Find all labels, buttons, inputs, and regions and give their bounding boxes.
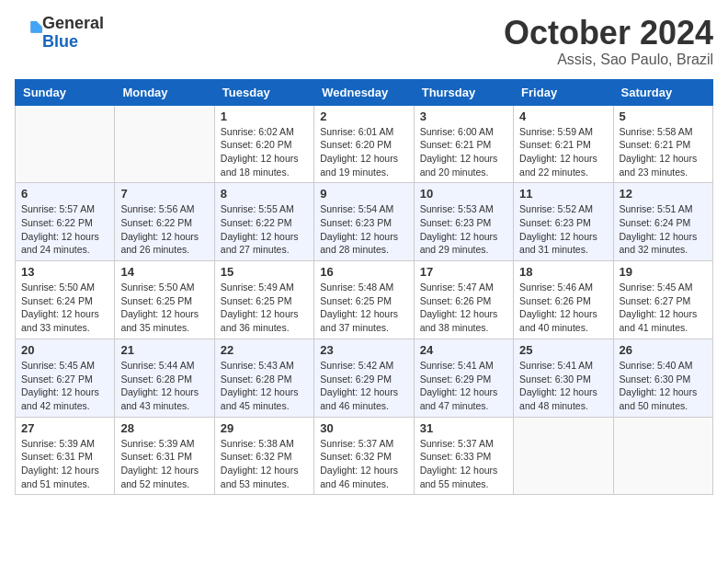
calendar-week-row: 13Sunrise: 5:50 AM Sunset: 6:24 PM Dayli… — [16, 261, 713, 339]
day-number: 13 — [21, 265, 108, 279]
calendar-cell: 6Sunrise: 5:57 AM Sunset: 6:22 PM Daylig… — [16, 183, 115, 261]
calendar-cell: 30Sunrise: 5:37 AM Sunset: 6:32 PM Dayli… — [314, 417, 414, 495]
logo-blue-text: Blue — [42, 32, 78, 51]
day-info: Sunrise: 5:41 AM Sunset: 6:29 PM Dayligh… — [420, 359, 507, 413]
day-number: 11 — [519, 187, 607, 201]
day-info: Sunrise: 5:54 AM Sunset: 6:23 PM Dayligh… — [320, 202, 407, 257]
day-info: Sunrise: 5:51 AM Sunset: 6:24 PM Dayligh… — [620, 202, 707, 257]
calendar-cell: 19Sunrise: 5:45 AM Sunset: 6:27 PM Dayli… — [613, 261, 712, 339]
calendar-week-row: 1Sunrise: 6:02 AM Sunset: 6:20 PM Daylig… — [16, 105, 713, 183]
day-info: Sunrise: 5:37 AM Sunset: 6:32 PM Dayligh… — [320, 437, 407, 491]
day-number: 28 — [120, 421, 208, 435]
weekday-header-monday: Monday — [115, 79, 214, 105]
calendar-week-row: 20Sunrise: 5:45 AM Sunset: 6:27 PM Dayli… — [16, 339, 713, 417]
weekday-header-thursday: Thursday — [414, 79, 513, 105]
calendar-cell: 16Sunrise: 5:48 AM Sunset: 6:25 PM Dayli… — [314, 261, 414, 339]
calendar-cell: 2Sunrise: 6:01 AM Sunset: 6:20 PM Daylig… — [314, 105, 414, 183]
calendar-cell: 17Sunrise: 5:47 AM Sunset: 6:26 PM Dayli… — [414, 261, 513, 339]
calendar-cell — [16, 105, 115, 183]
day-info: Sunrise: 5:45 AM Sunset: 6:27 PM Dayligh… — [620, 281, 707, 335]
calendar-cell: 21Sunrise: 5:44 AM Sunset: 6:28 PM Dayli… — [115, 339, 214, 417]
day-info: Sunrise: 5:43 AM Sunset: 6:28 PM Dayligh… — [221, 359, 308, 413]
day-info: Sunrise: 5:39 AM Sunset: 6:31 PM Dayligh… — [120, 437, 208, 491]
page-location: Assis, Sao Paulo, Brazil — [504, 52, 713, 68]
day-info: Sunrise: 5:39 AM Sunset: 6:31 PM Dayligh… — [21, 437, 108, 491]
logo: General Blue — [15, 15, 104, 52]
calendar-cell: 27Sunrise: 5:39 AM Sunset: 6:31 PM Dayli… — [16, 417, 115, 495]
day-number: 31 — [420, 421, 507, 435]
calendar-cell: 24Sunrise: 5:41 AM Sunset: 6:29 PM Dayli… — [414, 339, 513, 417]
day-number: 18 — [519, 265, 607, 279]
calendar-table: SundayMondayTuesdayWednesdayThursdayFrid… — [15, 79, 713, 496]
day-number: 7 — [120, 187, 208, 201]
day-number: 1 — [221, 109, 308, 123]
day-number: 24 — [420, 343, 507, 357]
calendar-cell: 20Sunrise: 5:45 AM Sunset: 6:27 PM Dayli… — [16, 339, 115, 417]
day-info: Sunrise: 5:47 AM Sunset: 6:26 PM Dayligh… — [420, 281, 507, 335]
day-number: 27 — [21, 421, 108, 435]
day-number: 25 — [519, 343, 607, 357]
calendar-cell — [613, 417, 712, 495]
logo-icon — [17, 18, 42, 44]
day-info: Sunrise: 5:50 AM Sunset: 6:25 PM Dayligh… — [120, 281, 208, 335]
calendar-week-row: 27Sunrise: 5:39 AM Sunset: 6:31 PM Dayli… — [16, 417, 713, 495]
day-info: Sunrise: 5:45 AM Sunset: 6:27 PM Dayligh… — [21, 359, 108, 413]
day-number: 26 — [620, 343, 707, 357]
day-info: Sunrise: 6:02 AM Sunset: 6:20 PM Dayligh… — [221, 125, 308, 179]
day-info: Sunrise: 5:50 AM Sunset: 6:24 PM Dayligh… — [21, 281, 108, 335]
day-info: Sunrise: 5:41 AM Sunset: 6:30 PM Dayligh… — [519, 359, 607, 413]
calendar-cell: 15Sunrise: 5:49 AM Sunset: 6:25 PM Dayli… — [214, 261, 313, 339]
day-number: 10 — [420, 187, 507, 201]
page-title: October 2024 — [504, 15, 713, 52]
day-info: Sunrise: 5:46 AM Sunset: 6:26 PM Dayligh… — [519, 281, 607, 335]
calendar-cell: 29Sunrise: 5:38 AM Sunset: 6:32 PM Dayli… — [214, 417, 313, 495]
calendar-cell: 18Sunrise: 5:46 AM Sunset: 6:26 PM Dayli… — [514, 261, 613, 339]
day-info: Sunrise: 5:42 AM Sunset: 6:29 PM Dayligh… — [320, 359, 407, 413]
day-info: Sunrise: 5:53 AM Sunset: 6:23 PM Dayligh… — [420, 202, 507, 257]
calendar-cell: 8Sunrise: 5:55 AM Sunset: 6:22 PM Daylig… — [214, 183, 313, 261]
weekday-header-tuesday: Tuesday — [214, 79, 313, 105]
page-header: General Blue October 2024 Assis, Sao Pau… — [15, 15, 713, 68]
day-number: 29 — [221, 421, 308, 435]
day-info: Sunrise: 5:59 AM Sunset: 6:21 PM Dayligh… — [519, 125, 607, 179]
calendar-cell — [514, 417, 613, 495]
day-info: Sunrise: 5:49 AM Sunset: 6:25 PM Dayligh… — [221, 281, 308, 335]
day-number: 3 — [420, 109, 507, 123]
calendar-cell: 4Sunrise: 5:59 AM Sunset: 6:21 PM Daylig… — [514, 105, 613, 183]
day-info: Sunrise: 5:48 AM Sunset: 6:25 PM Dayligh… — [320, 281, 407, 335]
calendar-cell: 25Sunrise: 5:41 AM Sunset: 6:30 PM Dayli… — [514, 339, 613, 417]
day-number: 14 — [120, 265, 208, 279]
day-number: 4 — [519, 109, 607, 123]
calendar-cell: 11Sunrise: 5:52 AM Sunset: 6:23 PM Dayli… — [514, 183, 613, 261]
day-info: Sunrise: 5:52 AM Sunset: 6:23 PM Dayligh… — [519, 202, 607, 257]
calendar-cell: 12Sunrise: 5:51 AM Sunset: 6:24 PM Dayli… — [613, 183, 712, 261]
day-number: 17 — [420, 265, 507, 279]
day-number: 8 — [221, 187, 308, 201]
day-number: 9 — [320, 187, 407, 201]
day-number: 30 — [320, 421, 407, 435]
calendar-cell: 26Sunrise: 5:40 AM Sunset: 6:30 PM Dayli… — [613, 339, 712, 417]
day-info: Sunrise: 5:37 AM Sunset: 6:33 PM Dayligh… — [420, 437, 507, 491]
title-block: October 2024 Assis, Sao Paulo, Brazil — [504, 15, 713, 68]
day-info: Sunrise: 5:44 AM Sunset: 6:28 PM Dayligh… — [120, 359, 208, 413]
day-info: Sunrise: 6:00 AM Sunset: 6:21 PM Dayligh… — [420, 125, 507, 179]
day-info: Sunrise: 5:57 AM Sunset: 6:22 PM Dayligh… — [21, 202, 108, 257]
calendar-cell: 14Sunrise: 5:50 AM Sunset: 6:25 PM Dayli… — [115, 261, 214, 339]
calendar-cell: 10Sunrise: 5:53 AM Sunset: 6:23 PM Dayli… — [414, 183, 513, 261]
calendar-header-row: SundayMondayTuesdayWednesdayThursdayFrid… — [16, 79, 713, 105]
weekday-header-wednesday: Wednesday — [314, 79, 414, 105]
calendar-week-row: 6Sunrise: 5:57 AM Sunset: 6:22 PM Daylig… — [16, 183, 713, 261]
weekday-header-friday: Friday — [514, 79, 613, 105]
day-number: 23 — [320, 343, 407, 357]
calendar-cell: 28Sunrise: 5:39 AM Sunset: 6:31 PM Dayli… — [115, 417, 214, 495]
day-number: 22 — [221, 343, 308, 357]
day-number: 12 — [620, 187, 707, 201]
day-number: 5 — [620, 109, 707, 123]
logo-general-text: General — [42, 14, 104, 32]
weekday-header-sunday: Sunday — [16, 79, 115, 105]
calendar-cell: 22Sunrise: 5:43 AM Sunset: 6:28 PM Dayli… — [214, 339, 313, 417]
calendar-cell: 3Sunrise: 6:00 AM Sunset: 6:21 PM Daylig… — [414, 105, 513, 183]
calendar-cell: 5Sunrise: 5:58 AM Sunset: 6:21 PM Daylig… — [613, 105, 712, 183]
calendar-cell: 13Sunrise: 5:50 AM Sunset: 6:24 PM Dayli… — [16, 261, 115, 339]
calendar-cell: 31Sunrise: 5:37 AM Sunset: 6:33 PM Dayli… — [414, 417, 513, 495]
